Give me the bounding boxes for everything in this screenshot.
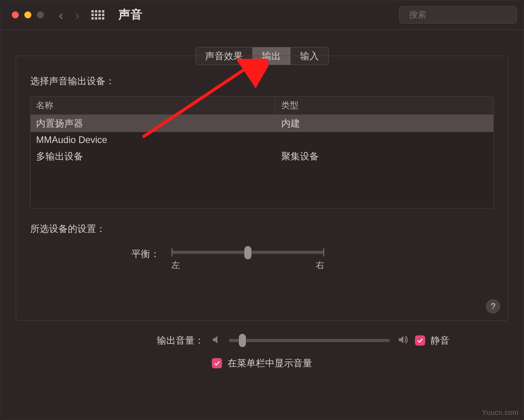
output-volume-label: 输出音量： [75, 334, 204, 347]
device-type: 内建 [276, 115, 493, 132]
selected-device-settings-label: 所选设备的设置： [30, 223, 494, 235]
mute-label: 静音 [431, 334, 449, 347]
device-name: 多输出设备 [31, 148, 276, 165]
choose-device-label: 选择声音输出设备： [30, 75, 494, 87]
device-name: 内置扬声器 [31, 115, 276, 132]
device-name: MMAudio Device [31, 132, 276, 148]
help-icon: ? [491, 301, 495, 311]
footer-controls: 输出音量： 静音 在菜单栏中显示音量 [0, 334, 524, 369]
column-name[interactable]: 名称 [31, 96, 276, 114]
check-icon [417, 337, 424, 344]
volume-slider[interactable] [229, 339, 390, 342]
table-header: 名称 类型 [31, 96, 493, 115]
show-menubar-checkbox[interactable] [212, 358, 222, 368]
close-window-button[interactable] [12, 11, 19, 18]
device-table: 名称 类型 内置扬声器 内建 MMAudio Device 多输出设备 聚集设备 [30, 96, 494, 208]
mute-checkbox[interactable] [415, 335, 425, 346]
mute-checkbox-row[interactable]: 静音 [415, 334, 449, 347]
forward-button: › [75, 8, 79, 22]
watermark: Yuucn.com [482, 409, 519, 417]
search-input[interactable] [409, 10, 517, 20]
balance-thumb[interactable] [244, 246, 251, 259]
help-button[interactable]: ? [486, 299, 500, 313]
device-type: 聚集设备 [276, 148, 493, 165]
balance-slider[interactable]: 左 右 [171, 247, 324, 271]
volume-high-icon [397, 334, 408, 347]
volume-low-icon [211, 334, 222, 347]
show-menubar-label: 在菜单栏中显示音量 [227, 357, 312, 369]
table-row[interactable]: 多输出设备 聚集设备 [31, 148, 493, 165]
balance-left-label: 左 [171, 259, 180, 271]
show-menubar-row[interactable]: 在菜单栏中显示音量 [212, 357, 312, 369]
column-type[interactable]: 类型 [276, 96, 493, 114]
titlebar: ‹ › 声音 [0, 0, 524, 30]
balance-right-label: 右 [316, 259, 324, 271]
table-row[interactable]: 内置扬声器 内建 [31, 115, 493, 132]
minimize-window-button[interactable] [24, 11, 31, 18]
balance-label: 平衡： [30, 247, 160, 260]
search-box[interactable] [399, 6, 517, 24]
window-title: 声音 [118, 7, 143, 23]
output-groupbox: 选择声音输出设备： 名称 类型 内置扬声器 内建 MMAudio Device … [16, 56, 508, 321]
back-button[interactable]: ‹ [59, 8, 63, 22]
zoom-window-button [37, 11, 44, 18]
check-icon [213, 360, 220, 367]
volume-thumb[interactable] [239, 334, 246, 347]
table-row[interactable]: MMAudio Device [31, 132, 493, 148]
device-type [276, 132, 493, 148]
show-all-icon[interactable] [91, 10, 104, 20]
window-controls [12, 11, 44, 18]
nav-buttons: ‹ › [59, 8, 104, 22]
